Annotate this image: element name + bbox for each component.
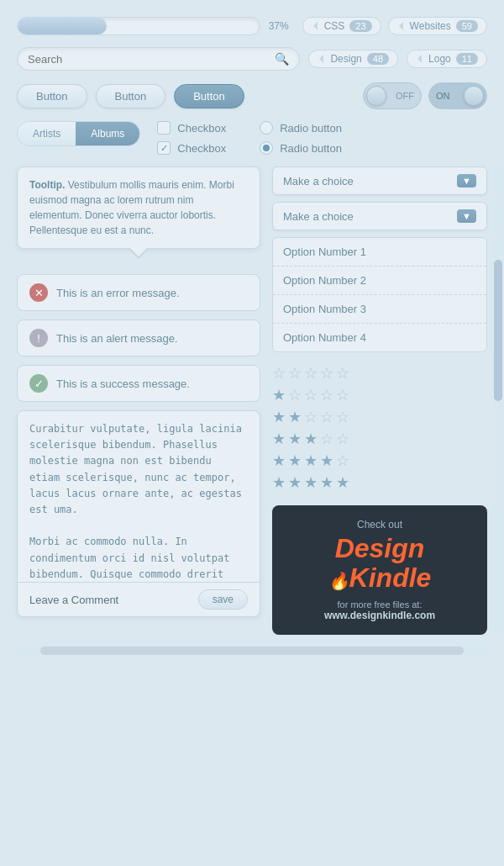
star-2-4[interactable]: ☆ [336,408,349,426]
dropdown-option-3[interactable]: Option Number 3 [273,295,486,324]
dropdown-1-arrow-icon: ▼ [457,174,476,187]
star-4-3[interactable]: ★ [320,451,333,470]
comment-footer: Leave a Comment save [18,582,260,616]
kindle-banner[interactable]: Check out Design 🔥Kindle for more free f… [272,505,487,635]
star-2-1[interactable]: ★ [288,408,302,426]
tab-albums[interactable]: Albums [76,122,139,145]
left-column: Tooltip. Vestibulum mollis mauris enim. … [17,166,260,635]
dropdown-1[interactable]: Make a choice ▼ [272,166,487,195]
tag-logo-label: Logo [428,53,451,65]
comment-textarea[interactable] [18,411,260,579]
toggle-on-knob [464,86,484,106]
stars-row-1[interactable]: ★ ☆ ☆ ☆ ☆ [272,386,487,404]
tag-design[interactable]: Design 48 [308,50,398,68]
star-0-4[interactable]: ☆ [336,364,349,383]
dropdown-option-4[interactable]: Option Number 4 [273,324,486,351]
star-4-1[interactable]: ★ [288,451,302,470]
button-3[interactable]: Button [174,84,244,108]
star-5-4[interactable]: ★ [336,473,349,492]
kindle-url[interactable]: www.designkindle.com [286,610,474,621]
kindle-tagline: for more free files at: [286,599,474,610]
star-2-3[interactable]: ☆ [320,408,333,426]
search-icon-button[interactable]: 🔍 [275,52,289,66]
progress-label: 37% [269,20,294,32]
radio-item-2[interactable]: Radio button [260,141,342,155]
tag-css[interactable]: CSS 23 [302,17,381,35]
star-1-3[interactable]: ☆ [320,386,333,404]
scrollbar[interactable] [494,166,502,635]
progress-bar-container [17,17,260,35]
bottom-scrollbar[interactable] [17,647,487,655]
star-4-0[interactable]: ★ [272,451,286,470]
star-5-2[interactable]: ★ [304,473,318,492]
button-1[interactable]: Button [17,84,87,108]
toggle-off[interactable]: OFF [363,82,422,109]
tag-css-label: CSS [324,20,345,32]
kindle-fire-icon: 🔥 [328,572,349,590]
checkbox-1[interactable] [157,121,171,135]
checkbox-2[interactable]: ✓ [157,141,171,155]
checkbox-item-2[interactable]: ✓ Checkbox [157,141,226,155]
star-1-0[interactable]: ★ [272,386,286,404]
success-icon: ✓ [29,374,48,393]
dropdown-option-2[interactable]: Option Number 2 [273,267,486,295]
star-3-1[interactable]: ★ [288,430,302,448]
search-box[interactable]: 🔍 [17,47,300,71]
radio-2-label: Radio button [280,142,342,155]
radio-item-1[interactable]: Radio button [260,121,342,135]
tag-websites[interactable]: Websites 59 [388,17,487,35]
tag-arrow-icon-4 [417,55,422,63]
star-5-3[interactable]: ★ [320,473,333,492]
star-3-3[interactable]: ☆ [320,430,333,448]
star-1-1[interactable]: ☆ [288,386,302,404]
star-3-0[interactable]: ★ [272,430,286,448]
bottom-scrollbar-thumb[interactable] [40,647,464,655]
tooltip-pointer-inner [130,248,147,256]
star-1-2[interactable]: ☆ [304,386,318,404]
stars-row-4[interactable]: ★ ★ ★ ★ ☆ [272,451,487,470]
star-0-0[interactable]: ☆ [272,364,286,383]
star-0-2[interactable]: ☆ [304,364,318,383]
star-2-0[interactable]: ★ [272,408,286,426]
stars-row-5[interactable]: ★ ★ ★ ★ ★ [272,473,487,492]
tag-logo[interactable]: Logo 11 [407,50,487,68]
star-3-2[interactable]: ★ [304,430,318,448]
scrollbar-thumb[interactable] [494,260,502,400]
kindle-brand: Design 🔥Kindle [286,534,474,593]
star-5-0[interactable]: ★ [272,473,286,492]
star-0-3[interactable]: ☆ [320,364,333,383]
star-2-2[interactable]: ☆ [304,408,318,426]
star-4-4[interactable]: ☆ [336,451,349,470]
star-1-4[interactable]: ☆ [336,386,349,404]
dropdown-list: Option Number 1 Option Number 2 Option N… [272,237,487,352]
stars-row-3[interactable]: ★ ★ ★ ☆ ☆ [272,430,487,448]
tag-css-count: 23 [349,20,371,32]
stars-row-2[interactable]: ★ ★ ☆ ☆ ☆ [272,408,487,426]
tooltip-pointer-icon [129,249,149,259]
save-button[interactable]: save [198,589,248,610]
radio-1[interactable] [260,121,273,135]
checkbox-1-label: Checkbox [177,122,226,135]
comment-box: Leave a Comment save [17,410,260,617]
tag-websites-count: 59 [456,20,478,32]
kindle-brand-line2: Kindle [349,562,432,593]
tab-artists[interactable]: Artists [18,122,76,145]
tag-design-label: Design [330,53,361,65]
star-0-1[interactable]: ☆ [288,364,302,383]
button-2[interactable]: Button [96,84,166,108]
dropdown-option-1[interactable]: Option Number 1 [273,238,486,267]
radio-group: Radio button Radio button [260,121,342,155]
star-3-4[interactable]: ☆ [336,430,349,448]
star-5-1[interactable]: ★ [288,473,302,492]
stars-row-0[interactable]: ☆ ☆ ☆ ☆ ☆ [272,364,487,383]
checkbox-item-1[interactable]: Checkbox [157,121,226,135]
dropdown-2[interactable]: Make a choice ▼ [272,202,487,230]
tooltip-bold: Tooltip. [29,179,65,191]
star-4-2[interactable]: ★ [304,451,318,470]
toggle-on[interactable]: ON [428,82,487,109]
tabs-checkboxes-row: Artists Albums Checkbox ✓ Checkbox Radio… [17,121,487,155]
radio-2[interactable] [260,141,273,155]
error-message: ✕ This is an error message. [17,274,260,311]
comment-footer-label: Leave a Comment [29,594,118,606]
search-input[interactable] [28,53,275,66]
